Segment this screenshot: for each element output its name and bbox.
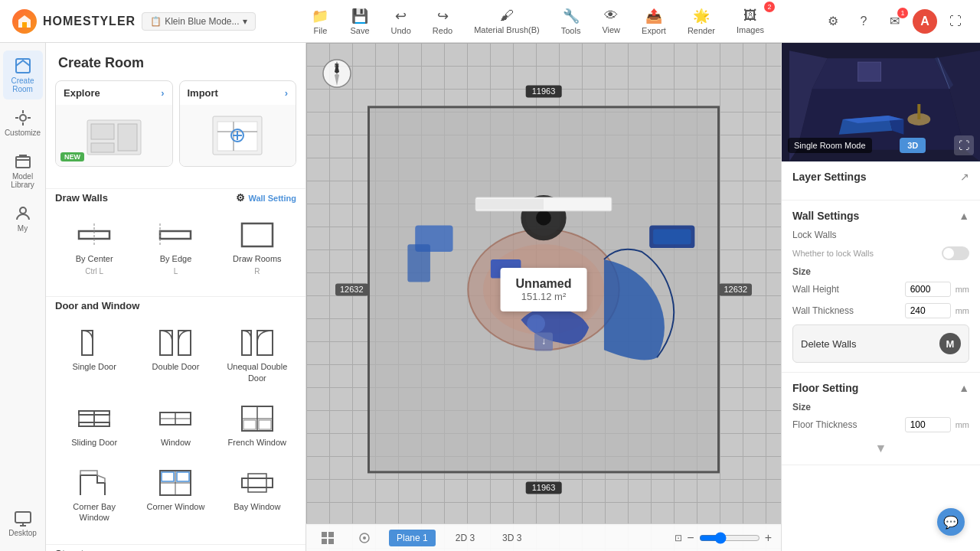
zoom-in-btn[interactable]: +	[765, 531, 772, 545]
unequal-double-door-item[interactable]: Unequal Double Door	[218, 319, 296, 392]
right-panel: Single Room Mode 3D ⛶ Layer Settings ↗ W…	[781, 43, 980, 551]
my-label: My	[18, 224, 28, 233]
undo-btn[interactable]: ↩Undo	[382, 3, 420, 40]
import-card[interactable]: Import ›	[179, 80, 297, 167]
wall-setting-label: Wall Setting	[248, 194, 296, 203]
by-center-icon	[76, 220, 113, 250]
images-btn[interactable]: 🖼Images2	[727, 3, 773, 39]
lock-walls-toggle[interactable]	[942, 246, 969, 260]
view-label: View	[602, 25, 620, 34]
material-brush-label: Material Brush(B)	[474, 25, 540, 34]
wall-height-input[interactable]	[905, 282, 951, 297]
floor-settings-collapse-icon[interactable]: ▲	[959, 382, 969, 394]
tools-icon: 🔧	[563, 8, 580, 24]
svg-rect-60	[322, 532, 327, 537]
room-handle-icon[interactable]: ↓	[534, 332, 553, 350]
mail-btn[interactable]: ✉1	[882, 9, 906, 34]
project-name-btn[interactable]: 📋 Klein Blue Mode... ▾	[142, 12, 255, 31]
mode-selector-btn[interactable]: Single Room Mode	[788, 138, 872, 153]
explore-label: Explore	[64, 87, 100, 99]
layer-settings-title: Layer Settings	[792, 171, 866, 183]
zoom-fit-btn[interactable]: ⊡	[675, 533, 682, 543]
window-item[interactable]: Window	[136, 395, 214, 456]
3d-tab[interactable]: 3D 3	[495, 530, 529, 546]
floor-thickness-input[interactable]	[905, 417, 951, 432]
mail-badge: 1	[897, 8, 908, 18]
tools-btn[interactable]: 🔧Tools	[552, 3, 590, 40]
by-edge-item[interactable]: By Edge L	[136, 211, 214, 284]
sliding-door-item[interactable]: Sliding Door	[55, 395, 133, 456]
single-door-item[interactable]: Single Door	[55, 319, 133, 392]
wall-setting-btn[interactable]: ⚙ Wall Setting	[236, 192, 296, 204]
room-label: Unnamed 151.12 m²	[501, 268, 587, 311]
layer-settings-expand-icon[interactable]: ↗	[960, 171, 969, 183]
sidebar-item-customize[interactable]: Customize	[3, 103, 43, 143]
logo-icon	[12, 9, 37, 34]
2d-tab[interactable]: 2D 3	[448, 530, 482, 546]
material-brush-btn[interactable]: 🖌Material Brush(B)	[465, 3, 549, 39]
sliding-door-label: Sliding Door	[71, 437, 117, 448]
floor-thickness-row: Floor Thickness mm	[792, 417, 969, 432]
by-center-label: By Center	[76, 253, 113, 264]
3d-preview-panel: Single Room Mode 3D ⛶	[782, 43, 980, 161]
corner-bay-window-icon	[76, 468, 113, 498]
floor-thickness-unit: mm	[956, 420, 969, 429]
sidebar-item-model-library[interactable]: Model Library	[3, 146, 43, 195]
svg-point-65	[363, 536, 366, 540]
redo-btn[interactable]: ↪Redo	[423, 3, 462, 40]
svg-rect-8	[91, 124, 114, 139]
fullscreen-btn[interactable]: ⛶	[943, 9, 968, 34]
sidebar-item-desktop[interactable]: Desktop	[3, 503, 43, 543]
my-icon	[14, 204, 32, 223]
redo-label: Redo	[433, 26, 452, 35]
render-btn[interactable]: 🌟Render	[678, 3, 724, 40]
export-btn[interactable]: 📤Export	[632, 3, 675, 40]
settings-btn[interactable]: ⚙	[821, 9, 845, 34]
chat-icon: 💬	[943, 515, 959, 530]
wall-thickness-label: Wall Thickness	[792, 305, 854, 316]
save-btn[interactable]: 💾Save	[341, 3, 378, 40]
sidebar-title: Create Room	[46, 43, 305, 80]
sidebar-item-my[interactable]: My	[3, 198, 43, 239]
import-floor-plan-illustration	[207, 112, 268, 158]
svg-rect-29	[94, 411, 109, 426]
file-btn[interactable]: 📁File	[302, 3, 338, 40]
svg-rect-18	[160, 231, 191, 239]
wall-thickness-input[interactable]	[905, 303, 951, 318]
svg-text:N: N	[335, 62, 339, 69]
plane-1-tab[interactable]: Plane 1	[389, 530, 436, 546]
3d-view-btn[interactable]: 3D	[900, 138, 926, 153]
grid-btn[interactable]	[315, 529, 340, 547]
dim-bottom: 11963	[526, 481, 562, 494]
preview-expand-btn[interactable]: ⛶	[954, 135, 974, 155]
scroll-down-icon: ▼	[875, 442, 887, 455]
svg-rect-57	[475, 199, 544, 210]
wall-settings-collapse-icon[interactable]: ▲	[959, 210, 969, 222]
topbar: HOMESTYLER 📋 Klein Blue Mode... ▾ 📁File …	[0, 0, 980, 43]
zoom-control: ⊡ − +	[675, 531, 772, 545]
french-window-item[interactable]: French Window	[218, 395, 296, 456]
view-btn[interactable]: 👁View	[593, 3, 629, 39]
help-btn[interactable]: ?	[851, 9, 876, 34]
bay-window-item[interactable]: Bay Window	[218, 459, 296, 532]
double-door-item[interactable]: Double Door	[136, 319, 214, 392]
draw-rooms-item[interactable]: Draw Rooms R	[218, 211, 296, 284]
zoom-out-btn[interactable]: −	[687, 531, 694, 545]
corner-window-item[interactable]: Corner Window	[136, 459, 214, 532]
explore-card[interactable]: Explore › NEW	[55, 80, 173, 167]
by-center-item[interactable]: By Center Ctrl L	[55, 211, 133, 284]
zoom-slider[interactable]	[699, 532, 760, 544]
lock-walls-toggle-row: Whether to lock Walls	[792, 246, 969, 260]
divider-1	[46, 188, 305, 189]
scroll-down-btn[interactable]: ▼	[792, 442, 969, 455]
canvas-area[interactable]: N 11963 11963 12632 12632	[306, 43, 781, 551]
support-chat-btn[interactable]: 💬	[937, 508, 965, 536]
sidebar-item-create-room[interactable]: Create Room	[3, 51, 43, 99]
snap-btn[interactable]	[352, 529, 377, 547]
corner-bay-window-item[interactable]: Corner Bay Window	[55, 459, 133, 532]
canvas-grid: N 11963 11963 12632 12632	[306, 43, 781, 551]
user-avatar[interactable]: A	[913, 9, 937, 34]
delete-walls-btn[interactable]: Delete Walls M	[792, 324, 969, 363]
draw-rooms-label: Draw Rooms	[233, 253, 282, 264]
room-box: 11963 11963 12632 12632	[368, 106, 720, 473]
